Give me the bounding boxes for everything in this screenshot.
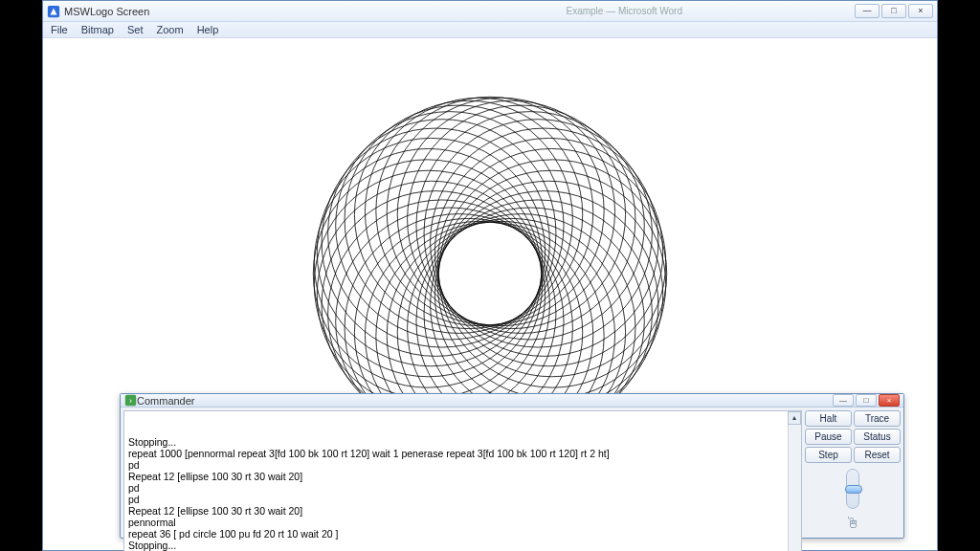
history-line: repeat 1000 [pennormal repeat 3[fd 100 b… [128,448,782,459]
command-history[interactable]: Stopping...repeat 1000 [pennormal repeat… [123,410,802,551]
commander-icon: › [124,394,137,407]
history-line: repeat 36 [ pd circle 100 pu fd 20 rt 10… [128,528,782,540]
history-line: Repeat 12 [ellipse 100 30 rt 30 wait 20] [128,505,782,517]
status-button[interactable]: Status [854,429,901,445]
minimize-button[interactable]: — [855,4,880,18]
halt-button[interactable]: Halt [805,410,852,427]
menu-bitmap[interactable]: Bitmap [81,24,114,35]
menu-file[interactable]: File [51,24,68,35]
svg-text:›: › [129,396,132,406]
history-scrollbar[interactable]: ▴ ▾ [788,411,801,551]
menu-help[interactable]: Help [197,24,219,35]
step-button[interactable]: Step [805,447,852,463]
commander-maximize-button[interactable]: □ [856,394,877,407]
titlebar[interactable]: MSWLogo Screen Example — Microsoft Word … [43,1,937,22]
pause-button[interactable]: Pause [805,429,852,445]
speed-slider[interactable] [846,469,859,509]
history-line: pennormal [128,517,782,528]
history-line: pd [128,494,782,505]
letterbox-stage: MSWLogo Screen Example — Microsoft Word … [0,0,980,551]
scroll-up-button[interactable]: ▴ [788,411,801,425]
history-line: Repeat 12 [ellipse 100 30 rt 30 wait 20] [128,471,782,482]
slider-thumb[interactable] [845,485,862,494]
reset-button[interactable]: Reset [854,447,901,463]
background-app-title: Example — Microsoft Word [566,6,682,16]
menu-zoom[interactable]: Zoom [157,24,184,35]
history-line: pd [128,482,782,494]
window-title: MSWLogo Screen [64,6,149,17]
commander-window: › Commander — □ × Stopping...repeat 1000… [120,393,904,539]
logo-icon [47,5,60,18]
history-line: Stopping... [128,540,782,551]
menu-set[interactable]: Set [127,24,144,35]
menubar: File Bitmap Set Zoom Help [43,22,937,38]
commander-title: Commander [137,395,195,407]
mswlogo-window: MSWLogo Screen Example — Microsoft Word … [42,0,938,551]
close-button[interactable]: × [908,4,933,18]
history-line: Stopping... [128,436,782,448]
mouse-icon: 🖱 [845,515,860,532]
trace-button[interactable]: Trace [854,410,901,427]
history-line: pd [128,459,782,471]
maximize-button[interactable]: □ [881,4,906,18]
commander-minimize-button[interactable]: — [833,394,854,407]
commander-titlebar[interactable]: › Commander — □ × [121,394,903,408]
commander-close-button[interactable]: × [879,394,900,407]
